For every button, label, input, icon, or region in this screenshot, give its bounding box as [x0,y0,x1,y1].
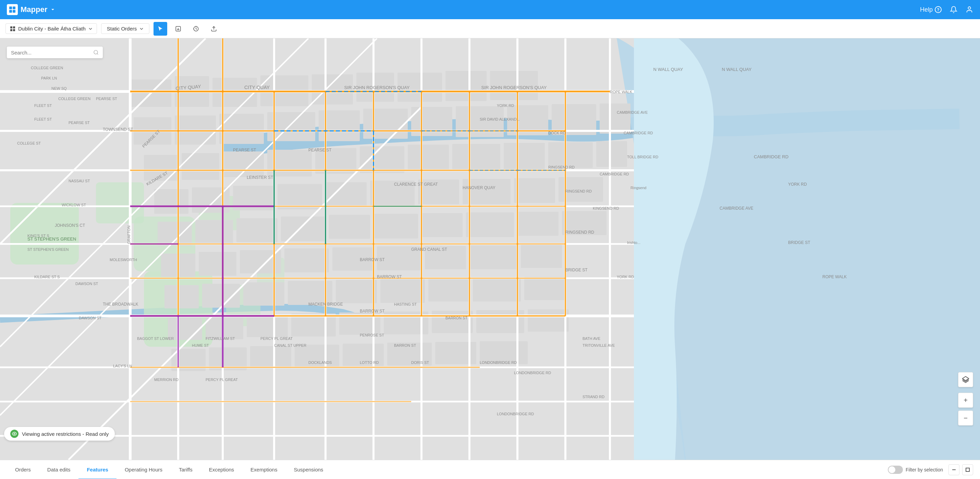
status-text: Viewing active restrictions - Read only [22,431,109,437]
svg-text:COLLEGE GREEN: COLLEGE GREEN [58,97,91,101]
user-button[interactable] [966,6,973,13]
svg-rect-54 [154,189,188,214]
svg-text:BARRON ST: BARRON ST [394,343,416,347]
order-chevron-icon [140,27,143,31]
city-chevron-icon [88,27,92,31]
bell-icon [950,6,958,13]
svg-text:LOTTO RD: LOTTO RD [360,360,379,364]
app-logo[interactable]: Mapper [7,4,56,15]
svg-text:ST STEPHEN'S GREEN: ST STEPHEN'S GREEN [27,236,76,242]
history-button[interactable] [189,22,203,36]
window-controls [948,464,973,475]
svg-text:RINGSEND RD: RINGSEND RD [565,189,592,193]
tab-features[interactable]: Features [78,461,116,479]
header-right: Help ? [920,6,973,13]
chart-icon [175,26,181,32]
help-button[interactable]: Help ? [920,6,942,13]
order-type-selector[interactable]: Static Orders [101,23,150,34]
svg-text:ROPE WALK: ROPE WALK [822,274,847,279]
tab-operating-hours[interactable]: Operating Hours [116,461,171,479]
svg-text:YORK RD: YORK RD [497,103,514,108]
svg-rect-83 [164,285,199,309]
maximize-button[interactable] [962,464,973,475]
tab-tariffs[interactable]: Tariffs [171,461,201,479]
svg-rect-82 [521,245,562,268]
eye-icon [12,431,17,436]
search-input[interactable] [11,50,91,56]
svg-text:PEARSE ST: PEARSE ST [309,148,332,153]
svg-rect-62 [514,178,555,203]
map-container[interactable]: CITY QUAY CITY QUAY SIR JOHN ROGERSON'S … [0,38,980,460]
svg-text:HASTING ST: HASTING ST [394,302,417,306]
map-svg: CITY QUAY CITY QUAY SIR JOHN ROGERSON'S … [0,38,980,460]
svg-rect-84 [202,284,240,308]
svg-rect-68 [329,215,370,239]
help-icon: ? [935,6,942,13]
svg-rect-52 [548,142,593,168]
svg-text:PARK LN: PARK LN [41,76,57,80]
grid-icon [10,26,16,32]
chart-button[interactable] [171,22,185,36]
svg-text:GRAND CANAL ST: GRAND CANAL ST [411,247,447,252]
svg-text:PEARSE ST: PEARSE ST [233,148,256,153]
svg-rect-81 [469,245,517,269]
tab-suspensions[interactable]: Suspensions [285,461,331,479]
tab-exemptions[interactable]: Exemptions [242,461,285,479]
svg-rect-49 [408,145,449,170]
zoom-out-button[interactable]: − [958,411,973,426]
filter-toggle[interactable] [888,466,903,474]
svg-text:N WALL QUAY: N WALL QUAY [654,67,683,72]
svg-text:RINGSEND RD: RINGSEND RD [565,230,594,235]
svg-rect-1 [13,6,16,9]
svg-text:CAMBRIDGE AVE: CAMBRIDGE AVE [617,110,648,115]
minimize-icon [951,467,956,472]
svg-text:GRAFTON: GRAFTON [127,226,131,244]
svg-rect-87 [336,280,377,303]
svg-rect-94 [247,315,288,337]
svg-text:FLEET ST: FLEET ST [34,103,52,108]
svg-text:PEARSE ST: PEARSE ST [68,121,90,125]
svg-text:DAWSON ST: DAWSON ST [79,316,102,320]
layers-icon [962,376,969,384]
zoom-in-button[interactable]: + [958,393,973,408]
tab-data-edits[interactable]: Data edits [39,461,79,479]
svg-rect-2 [9,10,12,13]
layers-button[interactable] [958,372,973,387]
svg-text:YORK RD: YORK RD [617,275,634,279]
svg-rect-100 [528,309,569,332]
svg-text:THE BROADWALK: THE BROADWALK [103,302,138,307]
bottom-tabs: Orders Data edits Features Operating Hou… [0,460,980,479]
minimize-button[interactable] [948,464,959,475]
svg-rect-103 [250,346,291,368]
svg-rect-89 [428,278,469,302]
svg-rect-66 [236,218,278,242]
search-overlay [7,46,103,58]
export-button[interactable] [207,22,221,36]
svg-text:BRIDGE ST: BRIDGE ST [788,240,810,245]
svg-text:BAGGOT ST LOWER: BAGGOT ST LOWER [137,336,174,341]
svg-text:HUME ST: HUME ST [192,343,209,347]
svg-point-251 [14,433,15,434]
tab-orders[interactable]: Orders [7,461,39,479]
svg-text:DAWSON ST: DAWSON ST [75,282,98,286]
notification-button[interactable] [950,6,958,13]
svg-text:BARROW ST: BARROW ST [377,274,402,279]
app-title: Mapper [21,5,47,14]
tab-exceptions[interactable]: Exceptions [201,461,242,479]
svg-rect-71 [466,212,514,237]
svg-rect-3 [13,10,16,13]
map-controls: + − [958,372,973,426]
svg-text:NEW SQ: NEW SQ [51,86,67,91]
svg-text:MERRION RD: MERRION RD [154,377,178,382]
svg-rect-7 [10,26,12,29]
svg-text:TOLL BRIDGE RD: TOLL BRIDGE RD [627,155,658,159]
svg-text:JOHNSON'S CT: JOHNSON'S CT [55,223,85,228]
svg-rect-72 [517,212,558,236]
select-tool-button[interactable] [154,22,167,36]
order-type-label: Static Orders [107,26,137,32]
svg-text:CITY QUAY: CITY QUAY [244,84,270,90]
svg-rect-77 [285,248,329,272]
svg-rect-8 [13,26,15,29]
city-selector[interactable]: Dublin City - Baile Átha Cliath [5,23,97,34]
svg-rect-65 [195,220,233,245]
